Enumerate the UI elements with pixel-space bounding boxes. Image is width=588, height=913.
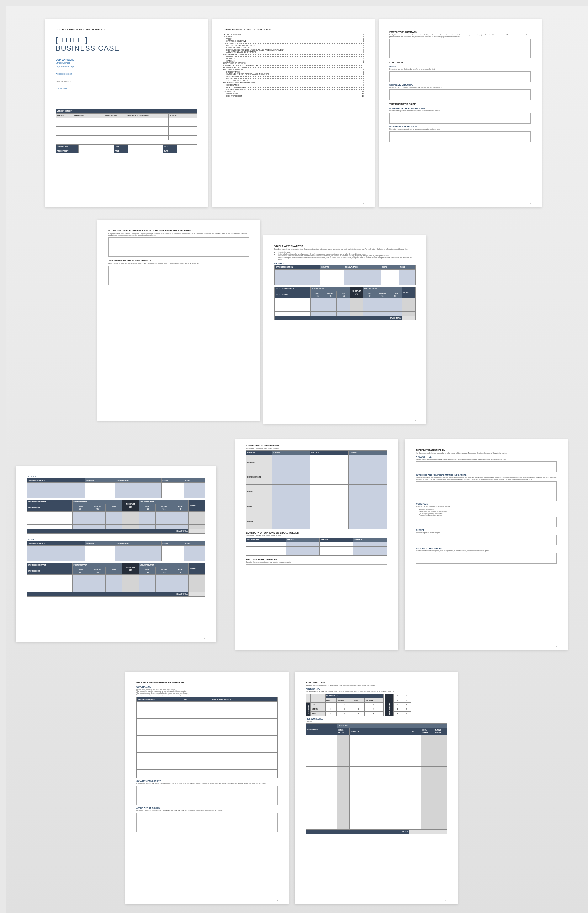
toc-list: EXECUTIVE SUMMARY3OVERVIEW3VISION3STRATE… — [223, 34, 364, 97]
page-9-pmf: PROJECT MANAGEMENT FRAMEWORK GOVERNANCE … — [126, 672, 289, 904]
overview-h: OVERVIEW — [389, 61, 531, 64]
summary-stakeholder-table: STAKEHOLDEROPTION 1OPTION 2OPTION 3 — [246, 537, 387, 555]
grade-rating-table: GRADE RATINGA1 B2 C3 D4 E5 — [385, 694, 411, 716]
page-2-toc: BUSINESS CASE TABLE OF CONTENTS EXECUTIV… — [212, 19, 375, 207]
template-label: PROJECT BUSINESS CASE TEMPLATE — [56, 28, 197, 31]
exec-summary-h: EXECUTIVE SUMMARY — [389, 31, 531, 34]
signature-table: PREPARED BYTITLEDATE APPROVED BYTITLEDAT… — [56, 144, 197, 154]
page-3-exec-summary: EXECUTIVE SUMMARY Briefly introduce the … — [378, 19, 541, 207]
page-6-options: OPTION 2 OPTION DESCRIPTIONBENEFITSDISAD… — [16, 466, 216, 642]
risk-worksheet-table: MAJOR RISKSRISK RATING INITIAL GRADESTRA… — [306, 724, 447, 834]
page-4-landscape: ECONOMIC AND BUSINESS LANDSCAPE AND PROB… — [97, 220, 260, 421]
page-8-impl-plan: IMPLEMENTATION PLAN Use the recommended … — [405, 439, 568, 650]
version: VERSION 0.0.0 — [56, 80, 197, 83]
page-10-risk: RISK ANALYSIS Complete the worksheet bel… — [295, 672, 458, 904]
page-7-comparison: COMPARISON OF OPTIONS Summarize the deta… — [235, 439, 398, 650]
company-name: COMPANY NAME — [56, 58, 197, 62]
page-5-alternatives: VIABLE ALTERNATIVES Provide an overview … — [263, 235, 426, 424]
addr-line1: Street Address — [56, 62, 197, 65]
page-1-cover: PROJECT BUSINESS CASE TEMPLATE [ TITLE ]… — [45, 19, 208, 207]
business-case-h: THE BUSINESS CASE — [389, 103, 531, 105]
comparison-table: CRITERIAOPTION 1OPTION 2OPTION 3 BENEFIT… — [246, 450, 387, 529]
addr-line2: City, State and Zip — [56, 65, 197, 68]
doc-date: 00/00/0000 — [56, 87, 197, 91]
governance-table: PARTY RESPONSIBLEROLECONTACT INFORMATION — [136, 697, 278, 778]
web-address: webaddress.com — [56, 73, 197, 76]
version-history-table: VERSION HISTORY VERSION APPROVED BY REVI… — [56, 109, 197, 140]
grading-key-table: SERIOUSNESS LOWMEDIUMHIGHEXTREME LIKELIH… — [306, 694, 383, 716]
toc-heading: BUSINESS CASE TABLE OF CONTENTS — [223, 28, 364, 31]
doc-title: [ TITLE ] BUSINESS CASE — [56, 36, 197, 53]
